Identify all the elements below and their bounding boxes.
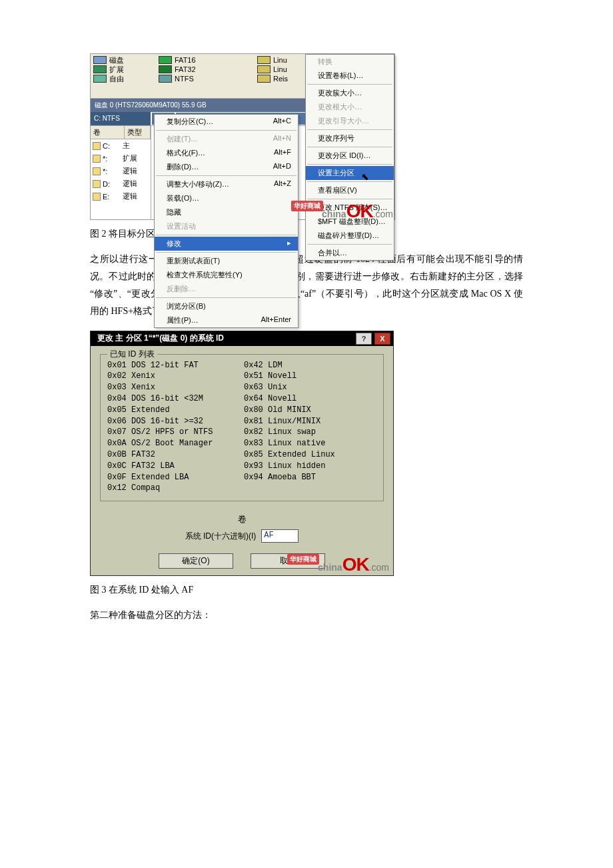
menu-item[interactable]: 设置主分区 (306, 166, 394, 180)
fieldset-legend: 已知 ID 列表 (107, 349, 157, 360)
help-button[interactable]: ? (356, 333, 372, 345)
menu-item[interactable]: 更改分区 ID(I)… (306, 149, 394, 163)
volume-label: 卷 (100, 513, 384, 525)
volume-row[interactable]: *:逻辑 (91, 165, 151, 177)
legend-label: Linu (273, 65, 287, 73)
menu-item[interactable]: 浏览分区(B) (155, 299, 298, 313)
menu-item: 转换 (306, 55, 394, 69)
menu-item: 创建(T)…Alt+N (155, 132, 298, 146)
sysid-label: 系统 ID(十六进制)(I) (185, 531, 257, 542)
partition-c[interactable]: C: NTFS (91, 112, 151, 125)
menu-item[interactable]: 查看扇区(V) (306, 183, 394, 197)
paragraph-2: 第二种准备磁盘分区的方法： (90, 607, 523, 624)
legend-label: NTFS (175, 75, 194, 83)
menu-item[interactable]: 格式化(F)…Alt+F (155, 146, 298, 160)
context-submenu-modify[interactable]: 转换设置卷标(L)…更改簇大小…更改根大小…更改引导大小…更改序列号更改分区 I… (305, 54, 394, 261)
legend-label: 自由 (109, 74, 124, 84)
menu-item[interactable]: 更改簇大小… (306, 86, 394, 100)
known-id-list-frame: 已知 ID 列表 0x01 DOS 12-bit FAT 0x02 Xenix … (100, 354, 384, 502)
figure-3-screenshot: 更改 主 分区 1“*”(磁盘 0) 的系统 ID ? X 已知 ID 列表 0… (90, 331, 394, 577)
id-list-right: 0x42 LDM 0x51 Novell 0x63 Unix 0x64 Nove… (244, 360, 335, 495)
menu-item[interactable]: 属性(P)…Alt+Enter (155, 313, 298, 327)
menu-item: 更改引导大小… (306, 114, 394, 128)
watermark: 华好商城chinaOK.com (291, 201, 393, 222)
vol-col-type: 类型 (125, 126, 151, 139)
menu-item[interactable]: 复制分区(C)…Alt+C (155, 115, 298, 129)
menu-item: 反删除… (155, 282, 298, 296)
dialog-title-text: 更改 主 分区 1“*”(磁盘 0) 的系统 ID (97, 333, 224, 344)
menu-item[interactable]: 磁盘碎片整理(D)… (306, 229, 394, 243)
figure-2-screenshot: 磁盘 扩展 自由 FAT16 FAT32 NTFS Linu Linu Reis… (90, 53, 395, 220)
legend-label: 扩展 (109, 65, 124, 75)
menu-item[interactable]: 重新测试表面(T) (155, 254, 298, 268)
vol-col-name: 卷 (91, 126, 125, 139)
menu-item: 设置活动 (155, 219, 298, 233)
volume-row[interactable]: E:逻辑 (91, 190, 151, 203)
id-list-left: 0x01 DOS 12-bit FAT 0x02 Xenix 0x03 Xeni… (107, 360, 244, 495)
legend-label: 磁盘 (109, 55, 124, 65)
sysid-input[interactable]: AF (261, 529, 299, 543)
menu-item[interactable]: 调整大小/移动(Z)…Alt+Z (155, 177, 298, 191)
volume-row[interactable]: *:扩展 (91, 152, 151, 165)
ok-button[interactable]: 确定(O) (159, 553, 233, 569)
menu-item[interactable]: 设置卷标(L)… (306, 69, 394, 83)
menu-item[interactable]: 隐藏 (155, 205, 298, 219)
legend-label: Reis (273, 75, 288, 83)
menu-item[interactable]: 删除(D)…Alt+D (155, 160, 298, 174)
menu-item[interactable]: 修改 (155, 237, 298, 251)
legend-label: Linu (273, 56, 287, 64)
context-menu-partition[interactable]: 复制分区(C)…Alt+C创建(T)…Alt+N格式化(F)…Alt+F删除(D… (154, 114, 299, 328)
menu-item[interactable]: 装载(O)… (155, 191, 298, 205)
watermark: 华好商城chinaOK.com (287, 554, 389, 575)
menu-item[interactable]: 更改序列号 (306, 131, 394, 145)
volume-row[interactable]: C:主 (91, 139, 151, 152)
menu-item[interactable]: 检查文件系统完整性(Y) (155, 268, 298, 282)
close-button[interactable]: X (374, 333, 390, 345)
volume-list: 卷 类型 C:主*:扩展*:逻辑D:逻辑E:逻辑 (91, 126, 151, 219)
menu-item[interactable]: 合并以… (306, 246, 394, 260)
volume-row[interactable]: D:逻辑 (91, 177, 151, 190)
caption-fig3: 图 3 在系统 ID 处输入 AF (90, 584, 523, 596)
dialog-titlebar: 更改 主 分区 1“*”(磁盘 0) 的系统 ID ? X (91, 331, 393, 346)
legend-label: FAT32 (175, 65, 196, 73)
legend-label: FAT16 (175, 56, 196, 64)
menu-item: 更改根大小… (306, 100, 394, 114)
